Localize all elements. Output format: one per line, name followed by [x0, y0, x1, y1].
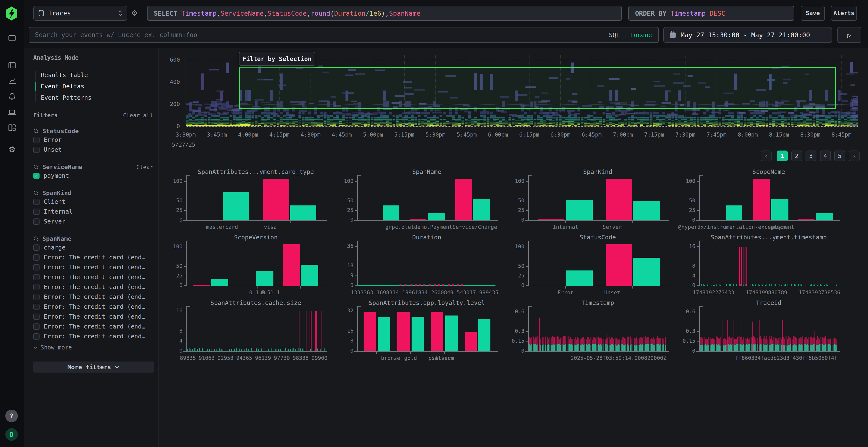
mini-chart-y-tick-label: 25 — [675, 207, 695, 213]
filter-option[interactable]: Client — [33, 197, 153, 207]
mini-chart-y-tick — [184, 341, 186, 341]
source-select[interactable]: Traces — [33, 6, 127, 21]
panels-icon[interactable] — [8, 34, 17, 42]
mini-chart-y-tick-label: 8 — [162, 328, 183, 334]
checkbox-unchecked[interactable] — [33, 333, 39, 340]
mini-chart-y-axis — [186, 241, 187, 286]
mini-chart-x-axis — [525, 351, 669, 352]
settings-gear-icon[interactable]: ⚙ — [8, 144, 17, 153]
search-icon[interactable] — [33, 190, 39, 196]
mini-chart-x-tick — [257, 286, 257, 288]
filter-option[interactable]: Error: The credit card (end… — [33, 292, 153, 302]
analysis-mode-item-event-deltas[interactable]: Event Deltas — [33, 81, 153, 92]
mini-chart-y-tick — [184, 201, 186, 201]
pagination-prev-button[interactable]: ‹ — [761, 150, 772, 161]
checkbox-unchecked[interactable] — [33, 304, 39, 310]
checkbox-unchecked[interactable] — [33, 274, 39, 280]
checkbox-unchecked[interactable] — [33, 137, 39, 143]
checkbox-unchecked[interactable] — [33, 199, 39, 205]
mode-sql[interactable]: SQL — [609, 32, 620, 38]
checkbox-unchecked[interactable] — [33, 147, 39, 153]
bar-pink — [283, 244, 300, 286]
filter-option[interactable]: Error: The credit card (end… — [33, 282, 153, 292]
chart-explorer-icon[interactable] — [8, 76, 17, 85]
checkbox-unchecked[interactable] — [33, 218, 39, 225]
show-more-link[interactable]: Show more — [33, 342, 153, 353]
pagination-next-button[interactable]: › — [849, 150, 860, 161]
checkbox-unchecked[interactable] — [33, 264, 39, 271]
mini-chart-x-labels: 174819227343317481998807891748393738536 — [693, 289, 840, 296]
filter-group-name: SpanName — [42, 235, 153, 242]
pagination-page-5[interactable]: 5 — [834, 150, 845, 161]
filter-option[interactable]: Error: The credit card (end… — [33, 262, 153, 272]
mini-chart-x-label: 543017 — [457, 289, 476, 296]
filter-option[interactable]: Error: The credit card (end… — [33, 302, 153, 312]
analysis-mode-item-results-table[interactable]: Results Table — [33, 69, 153, 81]
search-icon[interactable] — [33, 128, 39, 134]
checkbox-unchecked[interactable] — [33, 284, 39, 290]
mini-chart-y-tick — [526, 220, 528, 220]
mode-lucene[interactable]: Lucene — [630, 32, 652, 38]
checkbox-unchecked[interactable] — [33, 209, 39, 215]
alerts-bell-icon[interactable] — [8, 92, 17, 101]
heatmap-selection-box[interactable] — [239, 67, 836, 109]
dashboards-icon[interactable] — [8, 123, 17, 132]
checkbox-unchecked[interactable] — [33, 323, 39, 330]
logo-icon[interactable] — [4, 6, 19, 21]
checkbox-unchecked[interactable] — [33, 244, 39, 251]
pagination-page-3[interactable]: 3 — [806, 150, 816, 161]
filter-option[interactable]: Error: The credit card (end… — [33, 321, 153, 332]
run-query-button[interactable]: ▷ — [837, 27, 861, 43]
search-icon[interactable] — [33, 164, 39, 170]
filter-option[interactable]: Error: The credit card (end… — [33, 272, 153, 282]
mini-chart-y-tick — [355, 201, 357, 201]
filter-group-servicename: ServiceNameClear✓payment — [33, 163, 153, 181]
search-icon[interactable] — [33, 236, 39, 242]
checkbox-checked[interactable]: ✓ — [33, 173, 39, 179]
checkbox-unchecked[interactable] — [33, 314, 39, 320]
show-more-label: Show more — [40, 344, 72, 351]
sql-select-input[interactable]: SELECT Timestamp,ServiceName,StatusCode,… — [147, 6, 622, 21]
date-range-picker[interactable]: May 27 15:30:00 - May 27 21:00:00 — [663, 27, 832, 43]
mini-chart-y-tick — [184, 210, 186, 211]
mode-divider: | — [623, 32, 627, 38]
more-filters-button[interactable]: More filters — [33, 362, 154, 373]
filter-option[interactable]: charge — [33, 243, 153, 252]
mini-chart-y-axis-serif — [186, 175, 190, 176]
alerts-button[interactable]: Alerts — [831, 6, 857, 21]
save-button[interactable]: Save — [801, 6, 825, 21]
search-placeholder: Search your events w/ Lucene ex. column:… — [29, 31, 609, 38]
filter-option[interactable]: Unset — [33, 145, 153, 154]
filter-option-label: Unset — [44, 146, 62, 153]
filter-option[interactable]: Error — [33, 135, 153, 145]
filter-group-clear-link[interactable]: Clear — [136, 164, 153, 170]
analysis-mode-item-event-patterns[interactable]: Event Patterns — [33, 92, 153, 103]
help-button[interactable]: ? — [5, 410, 18, 422]
user-avatar[interactable]: D — [5, 428, 18, 441]
event-log-icon[interactable] — [8, 61, 17, 70]
filter-option[interactable]: ✓payment — [33, 171, 153, 181]
mini-chart-y-axis-serif — [528, 306, 532, 307]
mini-chart-y-tick — [355, 266, 357, 266]
pagination-page-2[interactable]: 2 — [791, 150, 802, 161]
filter-option[interactable]: Error: The credit card (end… — [33, 332, 153, 341]
filter-group-header: SpanKind — [33, 189, 153, 197]
filter-by-selection-button[interactable]: Filter by Selection — [239, 52, 315, 66]
checkbox-unchecked[interactable] — [33, 294, 39, 300]
mini-chart-y-tick — [526, 201, 528, 201]
pagination-page-4[interactable]: 4 — [820, 150, 831, 161]
filter-option[interactable]: Error: The credit card (end… — [33, 252, 153, 262]
clear-all-filters-link[interactable]: Clear all — [123, 112, 153, 118]
filter-option[interactable]: Server — [33, 216, 153, 227]
sessions-laptop-icon[interactable] — [8, 108, 17, 116]
query-settings-gear-icon[interactable]: ⚙ — [132, 7, 137, 18]
filter-option[interactable]: Error: The credit card (end… — [33, 312, 153, 321]
mini-chart-y-axis-serif — [528, 175, 532, 176]
mini-chart-y-tick-label: 36 — [333, 243, 353, 249]
mini-chart-y-axis-serif — [186, 306, 190, 307]
pagination-page-1[interactable]: 1 — [777, 150, 788, 161]
search-input[interactable]: Search your events w/ Lucene ex. column:… — [29, 27, 659, 43]
order-by-input[interactable]: ORDER BY Timestamp DESC — [628, 6, 794, 21]
checkbox-unchecked[interactable] — [33, 254, 39, 261]
filter-option[interactable]: Internal — [33, 207, 153, 216]
